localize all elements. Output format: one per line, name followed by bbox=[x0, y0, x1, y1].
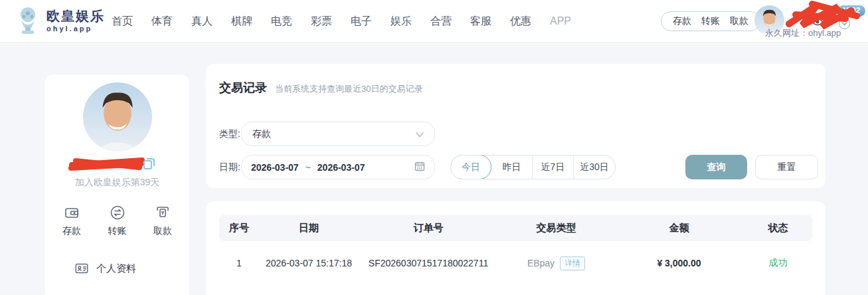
date-separator: ~ bbox=[305, 162, 311, 173]
nav-home[interactable]: 首页 bbox=[112, 15, 133, 29]
table-header-row: 序号 日期 订单号 交易类型 金额 状态 bbox=[219, 215, 812, 241]
trophy-logo-icon bbox=[15, 6, 41, 35]
header-deposit-button[interactable]: 存款 bbox=[673, 15, 691, 27]
top-navigation-bar: 欧皇娱乐 ohyl.app 首页 体育 真人 棋牌 电竞 彩票 电子 娱乐 合营… bbox=[0, 0, 868, 43]
redacted-scribble bbox=[782, 0, 866, 36]
reset-button[interactable]: 重置 bbox=[755, 155, 818, 179]
transfer-icon bbox=[110, 205, 126, 221]
sidebar-wallet-actions: 存款 转账 取款 bbox=[45, 205, 189, 237]
quick-range-group: 今日 昨日 近7日 近30日 bbox=[450, 155, 616, 179]
main-nav: 首页 体育 真人 棋牌 电竞 彩票 电子 娱乐 合营 客服 优惠 APP bbox=[112, 0, 571, 43]
type-filter-label: 类型: bbox=[219, 128, 240, 140]
nav-entertainment[interactable]: 娱乐 bbox=[391, 15, 412, 29]
redacted-username-scribble bbox=[68, 154, 146, 175]
nav-esports[interactable]: 电竞 bbox=[271, 15, 292, 29]
query-button[interactable]: 查询 bbox=[685, 155, 747, 179]
cell-index: 1 bbox=[219, 258, 259, 268]
range-7days-button[interactable]: 近7日 bbox=[533, 155, 574, 179]
page-title: 交易记录 bbox=[219, 80, 267, 96]
date-from-value: 2026-03-07 bbox=[251, 162, 299, 173]
cell-order-no: SF202603071517180022711 bbox=[359, 258, 498, 268]
date-range-input[interactable]: 2026-03-07 ~ 2026-03-07 bbox=[241, 155, 435, 179]
date-to-value: 2026-03-07 bbox=[317, 162, 365, 173]
nav-sports[interactable]: 体育 bbox=[151, 15, 173, 29]
col-type: 交易类型 bbox=[498, 222, 614, 235]
nav-live[interactable]: 真人 bbox=[191, 15, 213, 29]
nav-partnership[interactable]: 合营 bbox=[430, 15, 452, 29]
nav-promo[interactable]: 优惠 bbox=[510, 15, 531, 29]
type-select-value: 存款 bbox=[252, 128, 271, 140]
table-row: 1 2026-03-07 15:17:18 SF2026030715171800… bbox=[219, 246, 812, 280]
copy-username-icon[interactable] bbox=[143, 158, 155, 172]
sidebar-deposit-button[interactable]: 存款 bbox=[62, 205, 81, 237]
site-logo[interactable]: 欧皇娱乐 ohyl.app bbox=[15, 6, 105, 35]
chevron-down-icon bbox=[416, 129, 424, 140]
wallet-pill-group: 存款 转账 取款 bbox=[661, 11, 760, 31]
col-order-no: 订单号 bbox=[359, 222, 498, 235]
join-days-label: 加入欧皇娱乐第39天 bbox=[45, 177, 189, 189]
id-card-icon bbox=[74, 261, 89, 276]
nav-slots[interactable]: 电子 bbox=[351, 15, 372, 29]
transaction-filter-card: 交易记录 当前系统支持查询最近30日的交易记录 类型: 存款 日期: 2026-… bbox=[206, 64, 825, 188]
col-index: 序号 bbox=[219, 222, 259, 235]
nav-chess[interactable]: 棋牌 bbox=[231, 15, 252, 29]
sidebar-withdraw-button[interactable]: 取款 bbox=[153, 205, 172, 237]
withdraw-icon bbox=[155, 205, 171, 221]
deposit-icon bbox=[64, 205, 80, 221]
sidebar-transfer-button[interactable]: 转账 bbox=[108, 205, 127, 237]
header-transfer-button[interactable]: 转账 bbox=[701, 15, 720, 27]
nav-service[interactable]: 客服 bbox=[470, 15, 491, 29]
sidebar-withdraw-label: 取款 bbox=[153, 225, 172, 237]
cell-amount: ¥ 3,000.00 bbox=[614, 258, 744, 268]
transaction-table-card: 序号 日期 订单号 交易类型 金额 状态 1 2026-03-07 15:17:… bbox=[206, 201, 825, 295]
date-filter-label: 日期: bbox=[219, 161, 240, 173]
profile-sidebar: 加入欧皇娱乐第39天 存款 转账 bbox=[45, 74, 189, 295]
cell-date: 2026-03-07 15:17:18 bbox=[259, 258, 359, 268]
calendar-icon bbox=[414, 161, 425, 173]
detail-link[interactable]: 详情 bbox=[560, 256, 585, 270]
range-today-button[interactable]: 今日 bbox=[450, 155, 491, 179]
logo-title: 欧皇娱乐 bbox=[46, 9, 105, 23]
col-amount: 金额 bbox=[614, 222, 744, 235]
range-30days-button[interactable]: 近30日 bbox=[574, 155, 615, 179]
header-withdraw-button[interactable]: 取款 bbox=[730, 15, 748, 27]
type-select[interactable]: 存款 bbox=[241, 122, 435, 146]
nav-app[interactable]: APP bbox=[550, 15, 571, 27]
nav-lottery[interactable]: 彩票 bbox=[311, 15, 332, 29]
cell-type-value: EBpay bbox=[527, 258, 555, 268]
logo-subtitle: ohyl.app bbox=[46, 25, 105, 33]
sidebar-transfer-label: 转账 bbox=[108, 225, 127, 237]
sidebar-profile-label: 个人资料 bbox=[96, 262, 136, 275]
cell-status: 成功 bbox=[744, 257, 812, 269]
col-status: 状态 bbox=[744, 222, 812, 235]
col-date: 日期 bbox=[259, 222, 359, 235]
sidebar-deposit-label: 存款 bbox=[62, 225, 81, 237]
sidebar-item-profile[interactable]: 个人资料 bbox=[74, 261, 189, 276]
range-yesterday-button[interactable]: 昨日 bbox=[491, 155, 533, 179]
avatar bbox=[83, 82, 152, 151]
page-subtitle: 当前系统支持查询最近30日的交易记录 bbox=[275, 83, 422, 95]
